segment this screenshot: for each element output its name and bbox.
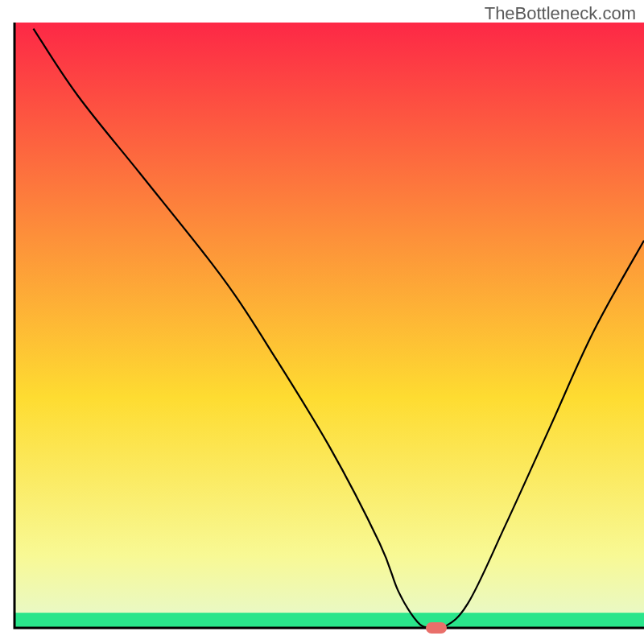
- watermark-text: TheBottleneck.com: [485, 3, 636, 24]
- bottleneck-chart: [0, 0, 644, 644]
- chart-svg: [0, 0, 644, 644]
- svg-rect-0: [14, 23, 644, 628]
- svg-rect-1: [14, 613, 644, 628]
- optimal-point-marker: [426, 622, 447, 634]
